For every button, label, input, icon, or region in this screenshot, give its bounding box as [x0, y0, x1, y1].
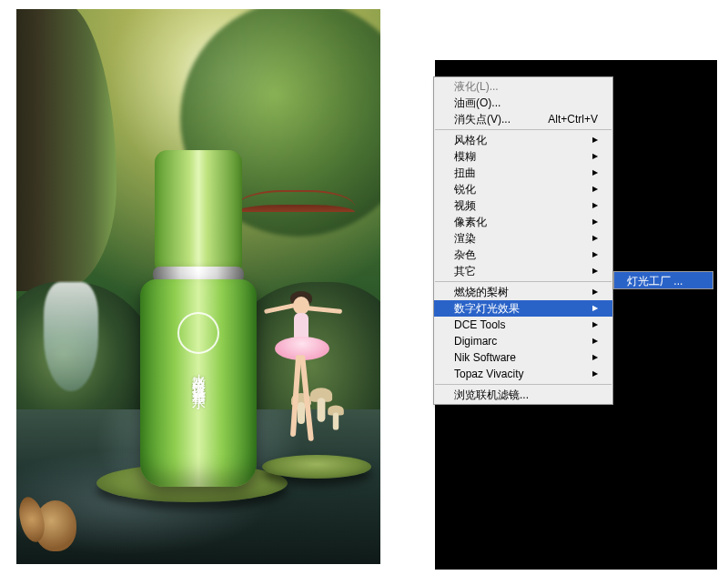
menu-item-other[interactable]: 其它 — [434, 263, 612, 279]
cosmetic-bottle: 水嫩倍現盈透精華水 — [135, 150, 262, 487]
bottle-cap — [155, 150, 242, 273]
menu-item-plugin-nik[interactable]: Nik Software — [434, 349, 612, 366]
menu-separator — [435, 129, 612, 130]
menu-item-label: 扭曲 — [454, 166, 476, 179]
menu-item-label: 杂色 — [454, 248, 476, 261]
menu-item-plugin-burning-pear[interactable]: 燃烧的梨树 — [434, 284, 612, 300]
filter-submenu[interactable]: 灯光工厂 ... — [613, 271, 713, 289]
menu-item-label: 消失点(V)... — [454, 113, 511, 126]
menu-item-plugin-dce[interactable]: DCE Tools — [434, 317, 612, 333]
menu-item-sharpen[interactable]: 锐化 — [434, 181, 612, 197]
menu-item-shortcut: Alt+Ctrl+V — [548, 113, 598, 126]
menu-item-label: 像素化 — [454, 216, 487, 228]
menu-item-plugin-topaz[interactable]: Topaz Vivacity — [434, 366, 612, 382]
menu-item-label: Digimarc — [454, 335, 497, 348]
menu-item-label: 油画(O)... — [454, 96, 500, 109]
menu-item-blur[interactable]: 模糊 — [434, 148, 612, 165]
bottle-logo — [177, 312, 219, 354]
menu-separator — [435, 384, 612, 385]
menu-item-label: Topaz Vivacity — [454, 368, 523, 380]
menu-item-liquify[interactable]: 液化(L)... — [434, 78, 612, 95]
photoshop-dark-canvas: 液化(L)... 油画(O)... 消失点(V)... Alt+Ctrl+V 风… — [435, 60, 717, 570]
squirrel — [35, 500, 76, 551]
menu-item-vanishing-point[interactable]: 消失点(V)... Alt+Ctrl+V — [434, 111, 612, 127]
menu-item-video[interactable]: 视频 — [434, 197, 612, 214]
menu-item-label: Nik Software — [454, 351, 516, 364]
menu-item-label: 锐化 — [454, 183, 476, 196]
menu-item-label: 液化(L)... — [454, 80, 499, 93]
menu-item-oilpaint[interactable]: 油画(O)... — [434, 95, 612, 111]
waterfall — [44, 282, 98, 391]
submenu-item-label: 灯光工厂 — [627, 275, 671, 288]
menu-item-noise[interactable]: 杂色 — [434, 247, 612, 263]
menu-item-render[interactable]: 渲染 — [434, 230, 612, 247]
menu-item-label: 燃烧的梨树 — [454, 286, 509, 298]
menu-item-label: 风格化 — [454, 134, 487, 146]
menu-item-label: 视频 — [454, 199, 476, 212]
menu-separator — [435, 281, 612, 282]
menu-item-stylize[interactable]: 风格化 — [434, 132, 612, 148]
menu-item-pixelate[interactable]: 像素化 — [434, 214, 612, 230]
menu-item-label: DCE Tools — [454, 318, 505, 331]
ballerina — [262, 291, 342, 473]
submenu-item-light-factory[interactable]: 灯光工厂 ... — [614, 272, 713, 288]
submenu-item-ellipsis: ... — [673, 275, 682, 288]
menu-item-label: 模糊 — [454, 150, 476, 163]
composite-artwork: 水嫩倍現盈透精華水 — [16, 9, 380, 564]
filter-menu[interactable]: 液化(L)... 油画(O)... 消失点(V)... Alt+Ctrl+V 风… — [433, 76, 613, 405]
menu-item-plugin-digimarc[interactable]: Digimarc — [434, 333, 612, 349]
menu-item-label: 渲染 — [454, 232, 476, 245]
menu-item-browse-online[interactable]: 浏览联机滤镜... — [434, 387, 612, 403]
menu-item-label: 其它 — [454, 265, 476, 277]
menu-item-plugin-lighting[interactable]: 数字灯光效果 — [434, 300, 612, 317]
menu-item-distort[interactable]: 扭曲 — [434, 165, 612, 181]
menu-item-label: 数字灯光效果 — [454, 302, 520, 315]
bottle-label: 水嫩倍現盈透精華水 — [190, 363, 207, 388]
menu-item-label: 浏览联机滤镜... — [454, 388, 529, 401]
